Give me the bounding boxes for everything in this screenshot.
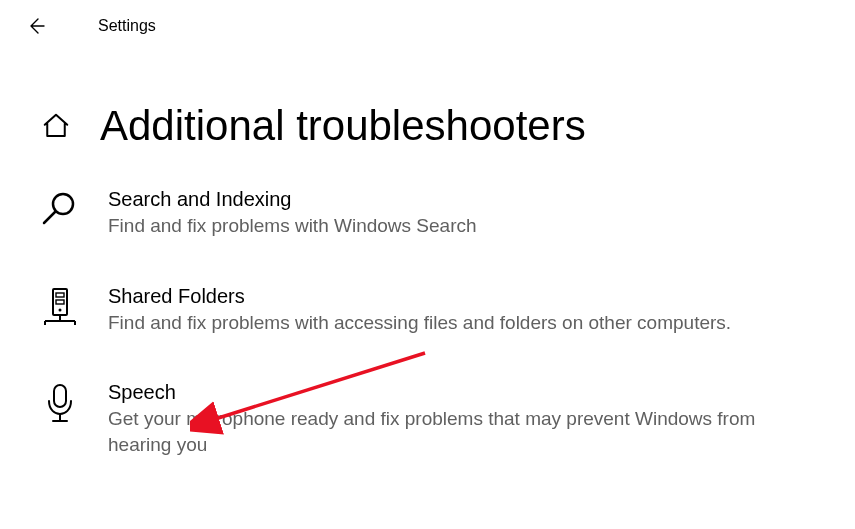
microphone-icon xyxy=(40,383,80,423)
search-icon xyxy=(40,190,80,230)
back-button[interactable] xyxy=(24,14,48,38)
troubleshooter-title: Search and Indexing xyxy=(108,188,788,211)
svg-rect-10 xyxy=(54,385,66,407)
troubleshooter-description: Find and fix problems with Windows Searc… xyxy=(108,213,788,239)
home-button[interactable] xyxy=(40,110,72,142)
troubleshooter-text: Shared Folders Find and fix problems wit… xyxy=(108,285,788,336)
troubleshooter-text: Search and Indexing Find and fix problem… xyxy=(108,188,788,239)
app-title: Settings xyxy=(98,17,156,35)
troubleshooter-speech[interactable]: Speech Get your microphone ready and fix… xyxy=(40,371,815,471)
troubleshooter-text: Speech Get your microphone ready and fix… xyxy=(108,381,788,457)
troubleshooter-search-indexing[interactable]: Search and Indexing Find and fix problem… xyxy=(40,178,815,253)
svg-line-1 xyxy=(44,212,55,223)
svg-rect-4 xyxy=(56,300,64,304)
troubleshooter-shared-folders[interactable]: Shared Folders Find and fix problems wit… xyxy=(40,275,815,350)
troubleshooter-description: Find and fix problems with accessing fil… xyxy=(108,310,788,336)
troubleshooter-title: Speech xyxy=(108,381,788,404)
title-bar: Settings xyxy=(0,0,855,52)
troubleshooter-description: Get your microphone ready and fix proble… xyxy=(108,406,788,457)
back-arrow-icon xyxy=(26,16,46,36)
svg-point-0 xyxy=(53,194,73,214)
svg-point-5 xyxy=(59,308,62,311)
home-icon xyxy=(41,111,71,141)
page-title: Additional troubleshooters xyxy=(100,102,586,150)
troubleshooter-title: Shared Folders xyxy=(108,285,788,308)
page-header: Additional troubleshooters xyxy=(40,102,815,150)
svg-rect-3 xyxy=(56,293,64,297)
shared-folders-icon xyxy=(40,287,80,327)
content-area: Additional troubleshooters Search and In… xyxy=(0,52,855,472)
